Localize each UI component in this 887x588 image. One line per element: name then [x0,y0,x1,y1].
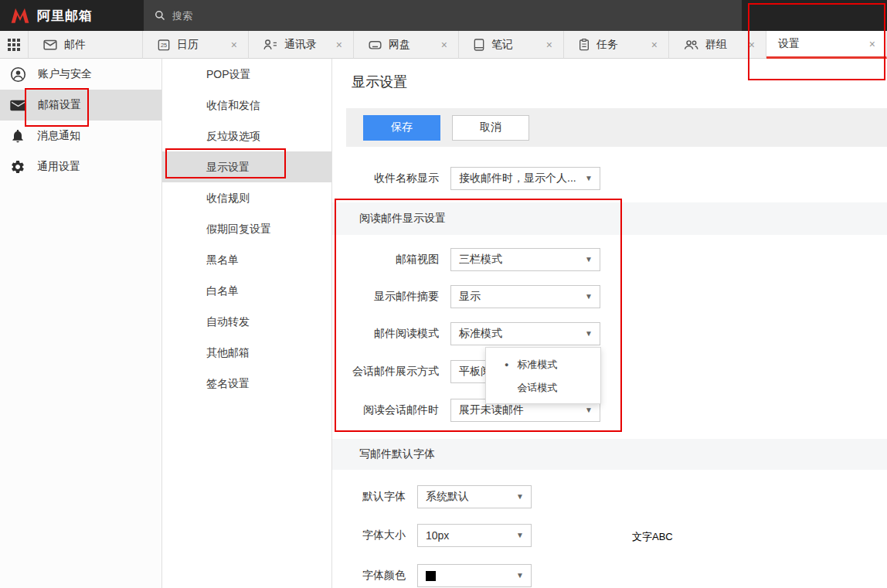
alimail-settings-page: 阿里邮箱 邮件 25 日历 × [0,0,887,588]
sidebar-item-account-security[interactable]: 账户与安全 [0,59,161,90]
recipient-name-display-row: 收件名称显示 接收邮件时，显示个人... ▼ [332,167,600,190]
reading-settings-section-header: 阅读邮件显示设置 [332,202,887,235]
cancel-button[interactable]: 取消 [452,115,529,141]
tasks-icon [579,39,590,51]
mailbox-view-select[interactable]: 三栏模式 ▼ [450,248,600,271]
font-preview-text: 文字ABC [632,530,673,544]
font-size-select[interactable]: 10px ▼ [417,524,532,547]
mailbox-view-row: 邮箱视图 三栏模式 ▼ [332,248,600,271]
chevron-down-icon: ▼ [516,492,524,501]
mail-settings-subnav: POP设置 收信和发信 反垃圾选项 显示设置 收信规则 假期回复设置 黑名单 白… [162,59,332,588]
search-input[interactable] [172,10,636,22]
svg-text:25: 25 [161,42,167,49]
tab-calendar[interactable]: 25 日历 × [143,31,249,59]
subnav-item-send-receive[interactable]: 收信和发信 [162,90,331,121]
reading-mode-select[interactable]: 标准模式 ▼ [450,322,600,345]
recipient-name-display-select[interactable]: 接收邮件时，显示个人... ▼ [450,167,600,190]
subnav-item-whitelist[interactable]: 白名单 [162,275,331,306]
bell-icon [10,128,25,144]
content-area: 账户与安全 邮箱设置 消息通知 通用设置 [0,59,887,588]
reading-mode-dropdown-menu: ● 标准模式 ● 会话模式 [485,347,601,404]
close-tab-icon[interactable]: × [543,39,556,50]
close-tab-icon[interactable]: × [866,39,879,49]
contacts-icon [263,39,277,50]
subnav-item-auto-forward[interactable]: 自动转发 [162,306,331,337]
mail-summary-select[interactable]: 显示 ▼ [450,285,600,308]
close-tab-icon[interactable]: × [438,39,450,50]
brand-title: 阿里邮箱 [37,7,93,25]
subnav-item-mail-rules[interactable]: 收信规则 [162,182,331,213]
compose-font-section-header: 写邮件默认字体 [332,439,887,470]
tab-contacts[interactable]: 通讯录 × [249,31,354,59]
save-button[interactable]: 保存 [363,115,440,141]
display-settings-panel: 显示设置 保存 取消 收件名称显示 接收邮件时，显示个人... ▼ 阅读邮件显示… [332,59,887,588]
tab-mail[interactable]: 邮件 [29,31,143,59]
subnav-item-antispam[interactable]: 反垃圾选项 [162,121,331,151]
subnav-item-vacation-reply[interactable]: 假期回复设置 [162,213,331,244]
mail-summary-row: 显示邮件摘要 显示 ▼ [332,285,600,308]
calendar-icon: 25 [158,39,170,51]
field-label: 收件名称显示 [332,172,439,185]
chevron-down-icon: ▼ [516,531,524,539]
subnav-item-signature[interactable]: 签名设置 [162,368,331,399]
chevron-down-icon: ▼ [516,571,524,580]
chevron-down-icon: ▼ [585,406,593,414]
close-tab-icon[interactable]: × [648,39,661,50]
account-circle-icon [10,66,26,83]
page-title: 显示设置 [352,73,407,91]
search-icon [155,10,165,21]
default-font-row: 默认字体 系统默认 ▼ [332,485,532,508]
save-toolbar: 保存 取消 [346,108,887,147]
dropdown-option-conversation[interactable]: ● 会话模式 [486,376,600,399]
search-bar[interactable] [144,0,742,31]
mail-icon [43,39,57,50]
sidebar-item-general-settings[interactable]: 通用设置 [0,151,161,182]
sidebar-item-notifications[interactable]: 消息通知 [0,121,161,151]
subnav-item-other-mailbox[interactable]: 其他邮箱 [162,337,331,368]
tab-groups[interactable]: 群组 × [669,31,766,59]
tab-notes[interactable]: 笔记 × [459,31,564,59]
brand[interactable]: 阿里邮箱 [0,7,144,25]
chevron-down-icon: ▼ [585,329,593,338]
settings-sidebar: 账户与安全 邮箱设置 消息通知 通用设置 [0,59,162,588]
gear-icon [10,159,25,175]
chevron-down-icon: ▼ [585,292,593,301]
tab-tasks[interactable]: 任务 × [564,31,669,59]
mail-filled-icon [10,99,26,112]
tab-bar: 邮件 25 日历 × 通讯录 × 网盘 × 笔 [0,31,887,59]
font-color-swatch [426,571,436,581]
chevron-down-icon: ▼ [585,174,593,182]
apps-grid-button[interactable] [0,31,29,59]
font-color-row: 字体颜色 ▼ [332,564,532,587]
tab-drive[interactable]: 网盘 × [354,31,459,59]
dropdown-option-standard[interactable]: ● 标准模式 [486,353,600,376]
subnav-item-display-settings[interactable]: 显示设置 [162,151,331,182]
reading-mode-row: 邮件阅读模式 标准模式 ▼ [332,322,600,345]
close-tab-icon[interactable]: × [333,39,345,50]
chevron-down-icon: ▼ [585,255,593,263]
subnav-item-blacklist[interactable]: 黑名单 [162,244,331,275]
selected-bullet-icon: ● [505,361,508,369]
top-bar: 阿里邮箱 [0,0,887,31]
apps-grid-icon [8,39,20,51]
groups-icon [684,39,698,50]
font-color-select[interactable]: ▼ [417,564,532,587]
drive-icon [369,39,382,50]
tab-settings-active[interactable]: 设置 × [766,31,887,59]
default-font-select[interactable]: 系统默认 ▼ [417,485,532,508]
close-tab-icon[interactable]: × [228,39,240,50]
sidebar-item-mail-settings[interactable]: 邮箱设置 [0,90,161,121]
alimail-logo-icon [10,7,30,24]
notes-icon [474,39,484,51]
font-size-row: 字体大小 10px ▼ [332,524,532,547]
close-tab-icon[interactable]: × [746,39,758,50]
subnav-item-pop[interactable]: POP设置 [162,59,331,90]
